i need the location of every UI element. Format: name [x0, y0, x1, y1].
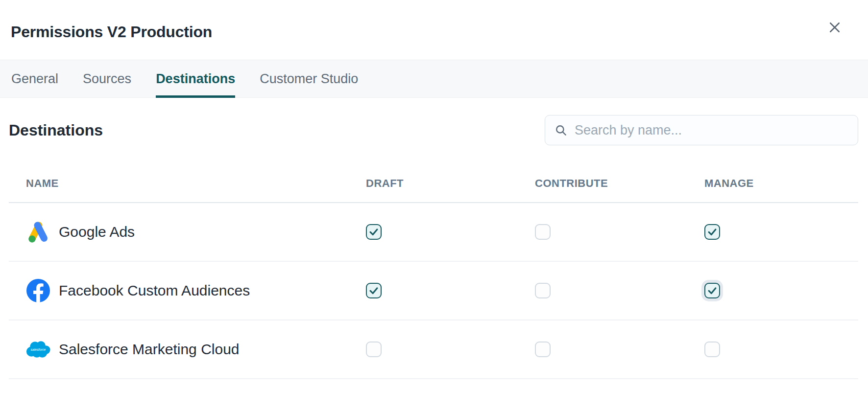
destinations-table: NAME DRAFT CONTRIBUTE MANAGE Google Ads [9, 165, 858, 379]
tab-destinations[interactable]: Destinations [156, 60, 235, 97]
tab-customer-studio-label: Customer Studio [260, 71, 358, 87]
modal-header: Permissions V2 Production [0, 0, 868, 60]
table-row: Facebook Custom Audiences [9, 262, 858, 320]
destination-name-cell: salesforce Salesforce Marketing Cloud [26, 337, 366, 362]
destinations-panel: Destinations NAME DRAFT CONTRIBUTE MANAG… [0, 115, 868, 379]
tab-general[interactable]: General [11, 60, 58, 97]
section-heading: Destinations [9, 121, 103, 139]
svg-text:salesforce: salesforce [31, 348, 46, 351]
modal-title: Permissions V2 Production [11, 23, 212, 41]
column-header-draft: DRAFT [366, 177, 535, 190]
facebook-manage-checkbox[interactable] [704, 283, 720, 298]
facebook-icon [26, 278, 50, 303]
check-icon [707, 227, 718, 237]
check-icon [368, 227, 379, 237]
column-header-manage: MANAGE [704, 177, 858, 190]
section-header: Destinations [9, 115, 858, 145]
tab-bar: General Sources Destinations Customer St… [0, 60, 868, 98]
salesforce-icon: salesforce [26, 337, 50, 362]
close-button[interactable] [826, 19, 844, 36]
table-row: Google Ads [9, 203, 858, 262]
search-input[interactable] [575, 123, 848, 138]
google-ads-draft-checkbox[interactable] [366, 224, 382, 240]
google-ads-contribute-checkbox[interactable] [535, 224, 551, 240]
check-icon [707, 285, 718, 296]
salesforce-manage-checkbox[interactable] [704, 342, 720, 357]
destination-name: Facebook Custom Audiences [59, 282, 250, 299]
tab-sources[interactable]: Sources [83, 60, 131, 97]
facebook-draft-checkbox[interactable] [366, 283, 382, 298]
destination-name: Google Ads [59, 224, 135, 240]
table-row: salesforce Salesforce Marketing Cloud [9, 320, 858, 379]
destination-name: Salesforce Marketing Cloud [59, 341, 240, 358]
google-ads-icon [26, 220, 50, 244]
google-ads-manage-checkbox[interactable] [704, 224, 720, 240]
tab-destinations-label: Destinations [156, 71, 235, 87]
search-icon [555, 124, 567, 137]
destination-name-cell: Facebook Custom Audiences [26, 278, 366, 303]
tab-sources-label: Sources [83, 71, 131, 87]
table-header-row: NAME DRAFT CONTRIBUTE MANAGE [9, 165, 858, 203]
salesforce-draft-checkbox[interactable] [366, 342, 382, 357]
destination-name-cell: Google Ads [26, 220, 366, 244]
salesforce-contribute-checkbox[interactable] [535, 342, 551, 357]
facebook-contribute-checkbox[interactable] [535, 283, 551, 298]
close-icon [827, 20, 842, 35]
column-header-name: NAME [26, 177, 366, 190]
tab-customer-studio[interactable]: Customer Studio [260, 60, 358, 97]
search-box [545, 115, 858, 145]
tab-general-label: General [11, 71, 58, 87]
check-icon [368, 285, 379, 296]
column-header-contribute: CONTRIBUTE [535, 177, 704, 190]
